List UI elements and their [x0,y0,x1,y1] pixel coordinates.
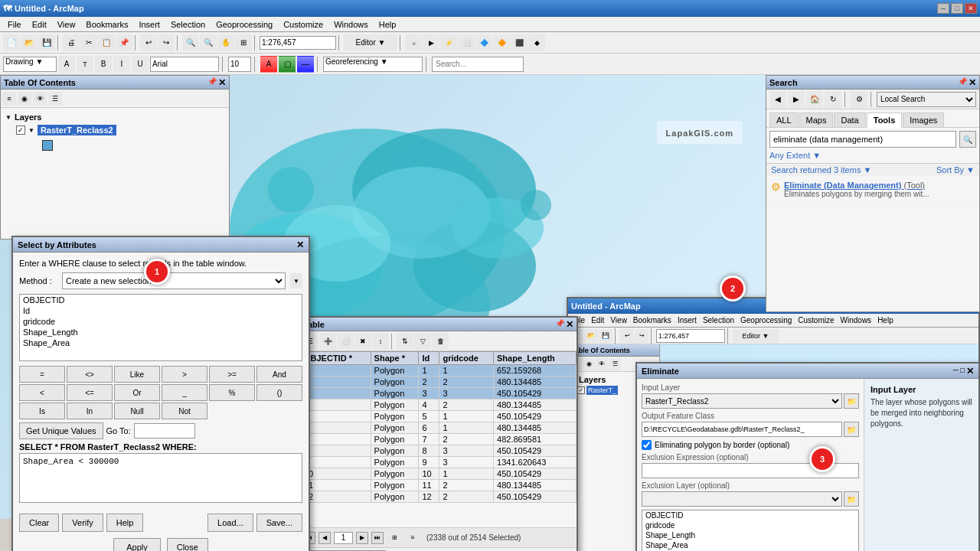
elim-max-btn[interactable]: □ [960,366,965,377]
tb-extra6[interactable]: 🔶 [493,34,510,51]
menu-help[interactable]: Help [374,18,401,31]
search-query-input[interactable] [769,131,956,148]
menu-windows[interactable]: Windows [329,18,373,31]
elim-checkbox[interactable] [642,440,652,450]
search-go-btn[interactable]: 🔍 [959,131,976,148]
tb-extra2[interactable]: ▶ [423,34,439,51]
menu-geoprocessing[interactable]: Geoprocessing [211,18,277,31]
s2-menu-insert[interactable]: Insert [675,315,700,325]
op-percent[interactable]: % [209,384,255,401]
search-result-0[interactable]: ⚙ Eliminate (Data Management) (Tool) Eli… [766,176,979,204]
zoom-out-btn[interactable]: 🔍 [200,34,217,51]
elim-field-objectid[interactable]: OBJECTID [642,510,858,520]
s2-menu-edit[interactable]: Edit [588,315,607,325]
table-close-btn[interactable]: ✕ [566,319,573,330]
tbl-delete-btn[interactable]: 🗑 [432,333,449,350]
menu-customize[interactable]: Customize [279,18,328,31]
op-eq[interactable]: = [19,366,65,383]
table-row[interactable]: 2Polygon22480.134485 [301,377,577,388]
georef-dropdown[interactable]: Georeferencing ▼ [323,57,423,72]
table-row[interactable]: 1Polygon11652.159268 [301,365,577,377]
go-to-input[interactable] [134,423,195,439]
elim-field-gridcode[interactable]: gridcode [642,520,858,530]
input-layer-select[interactable]: RasterT_Reclass2 [642,393,842,409]
tb-extra1[interactable]: ⬦ [405,34,422,51]
save-btn[interactable]: 💾 [38,34,55,51]
search-pin-btn[interactable]: 📌 [958,77,967,88]
search-close-btn[interactable]: ✕ [969,77,976,88]
s2-tb4[interactable]: ↩ [620,329,634,343]
elim-fields-list[interactable]: OBJECTID gridcode Shape_Length Shape_Are… [642,510,859,551]
paste-btn[interactable]: 📌 [116,34,132,51]
nav-next[interactable]: ▶ [356,532,368,544]
s2-tb5[interactable]: ↪ [635,329,648,343]
op-underscore[interactable]: _ [162,384,207,401]
cat-maps[interactable]: Maps [799,112,834,127]
op-not[interactable]: Not [162,403,207,419]
layer-checkbox[interactable] [16,126,25,135]
s2-toc-btn2[interactable]: ◉ [583,358,595,370]
tbl-view-btn2[interactable]: ≡ [405,532,420,544]
s2-menu-windows[interactable]: Windows [838,315,875,325]
table-row[interactable]: 11Polygon112480.134485 [301,480,577,491]
nav-prev[interactable]: ◀ [318,532,331,544]
op-neq[interactable]: <> [67,366,113,383]
font-size-input[interactable] [228,57,251,72]
toc-source-btn[interactable]: ◉ [18,92,31,106]
help-btn[interactable]: Help [106,514,144,532]
toc-layer-item[interactable]: ▼ RasterT_Reclass2 [4,123,226,137]
restore-btn[interactable]: □ [951,3,963,14]
table-row[interactable]: 5Polygon51450.105429 [301,411,577,422]
s2-menu-help[interactable]: Help [874,315,897,325]
tb-extra3[interactable]: ⚡ [440,34,457,51]
page-input[interactable] [334,532,353,544]
op-like[interactable]: Like [114,366,160,383]
toc-list-btn[interactable]: ≡ [2,92,16,106]
layer-expand-icon[interactable]: ▼ [28,127,34,134]
redo-btn[interactable]: ↪ [158,34,175,51]
exclusion-layer-select[interactable] [642,491,842,507]
tbl-view-btn1[interactable]: ⊞ [387,532,402,544]
result-0-title[interactable]: Eliminate (Data Management) (Tool) [784,181,929,190]
tbl-filter-btn[interactable]: ▽ [414,333,431,350]
save-btn[interactable]: Save... [256,514,302,532]
tb-extra8[interactable]: ◆ [528,34,545,51]
new-btn[interactable]: 📄 [3,34,20,51]
print-btn[interactable]: 🖨 [63,34,80,51]
clear-btn[interactable]: Clear [19,514,59,532]
method-dropdown-btn[interactable]: ▼ [290,273,302,289]
layer-name-label[interactable]: RasterT_Reclass2 [38,125,116,135]
draw-btn2[interactable]: T [77,56,93,73]
menu-edit[interactable]: Edit [28,18,51,31]
font-name-input[interactable] [150,57,219,72]
verify-btn[interactable]: Verify [62,514,103,532]
fields-list[interactable]: OBJECTID Id gridcode Shape_Length Shape_… [19,294,302,361]
table-row[interactable]: 3Polygon33450.105429 [301,388,577,399]
s2-tb2[interactable]: 📂 [584,329,598,343]
op-parens[interactable]: () [256,384,302,401]
line-color-btn[interactable]: — [297,56,314,73]
op-or[interactable]: Or [114,384,160,401]
op-is[interactable]: Is [19,403,65,419]
table-row[interactable]: 7Polygon72482.869581 [301,434,577,445]
menu-file[interactable]: File [3,18,26,31]
field-objectid[interactable]: OBJECTID [20,295,302,305]
close-btn[interactable]: ✕ [965,3,977,14]
menu-insert[interactable]: Insert [134,18,165,31]
s2-menu-bookmarks[interactable]: Bookmarks [630,315,675,325]
s2-layer-name[interactable]: RasterT_ [586,386,618,395]
undo-btn[interactable]: ↩ [140,34,157,51]
cat-data[interactable]: Data [834,112,865,127]
s2-menu-selection[interactable]: Selection [700,315,737,325]
s2-toc-btn4[interactable]: ☰ [609,358,621,370]
copy-btn[interactable]: 📋 [98,34,115,51]
menu-selection[interactable]: Selection [166,18,210,31]
tbl-clear-btn[interactable]: ✖ [354,333,371,350]
tb-extra5[interactable]: 🔷 [475,34,492,51]
search-options-btn[interactable]: ⚙ [851,91,867,108]
zoom-in-btn[interactable]: 🔍 [182,34,199,51]
open-btn[interactable]: 📂 [21,34,38,51]
minimize-btn[interactable]: ─ [937,3,949,14]
menu-bookmarks[interactable]: Bookmarks [81,18,132,31]
window-controls[interactable]: ─ □ ✕ [937,3,977,14]
